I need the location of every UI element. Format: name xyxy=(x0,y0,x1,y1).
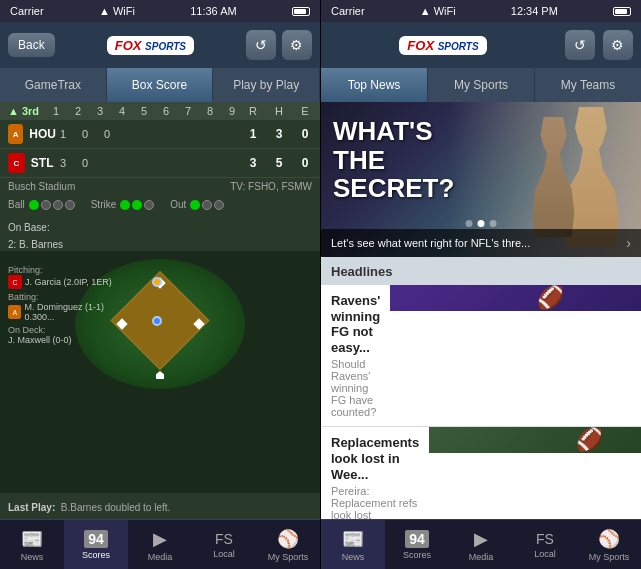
right-mysports-icon: ⚾ xyxy=(598,528,620,550)
right-fox-logo: FOX SPORTS xyxy=(399,36,486,55)
hou-rhe-scores: 1 3 0 xyxy=(246,127,312,141)
fox-text: FOX xyxy=(115,38,142,53)
on-base-label: On Base: xyxy=(8,222,50,233)
fox-sports-logo: FOX SPORTS xyxy=(107,36,194,55)
nav-scores[interactable]: 94 Scores xyxy=(64,520,128,569)
news-item-2[interactable]: Replacements look lost in Wee... Pereira… xyxy=(321,427,641,519)
strike-dot-2 xyxy=(132,200,142,210)
media-label: Media xyxy=(148,552,173,562)
news-thumb-1: 🏈 xyxy=(390,285,641,311)
nav-news[interactable]: 📰 News xyxy=(0,520,64,569)
local-label: Local xyxy=(213,549,235,559)
out-status: Out xyxy=(170,199,224,210)
right-header: FOX SPORTS ↺ ⚙ xyxy=(321,22,641,68)
hero-caption[interactable]: Let's see what went right for NFL's thre… xyxy=(321,229,641,257)
tab-boxscore[interactable]: Box Score xyxy=(107,68,214,102)
out-dot-2 xyxy=(202,200,212,210)
baseball-field: Pitching: C J. Garcia (2.0IP, 1ER) Batti… xyxy=(0,251,320,493)
right-carrier: Carrier xyxy=(331,5,365,17)
tv-info: TV: FSHO, FSMW xyxy=(230,181,312,192)
hou-score-row: A HOU 1 0 0 1 3 0 xyxy=(0,120,320,149)
stl-inning-scores: 3 0 xyxy=(56,157,246,169)
tab-gametrax[interactable]: GameTrax xyxy=(0,68,107,102)
left-bottom-nav: 📰 News 94 Scores ▶ Media FS Local ⚾ My S… xyxy=(0,519,320,569)
headlines-title: Headlines xyxy=(331,264,392,279)
refresh-button[interactable]: ↺ xyxy=(246,30,276,60)
stl-score-row: C STL 3 0 3 5 0 xyxy=(0,149,320,178)
news-title-2: Replacements look lost in Wee... xyxy=(331,435,419,482)
hero-caption-arrow: › xyxy=(626,235,631,251)
stl-rhe-scores: 3 5 0 xyxy=(246,156,312,170)
nav-local[interactable]: FS Local xyxy=(192,520,256,569)
right-time: 12:34 PM xyxy=(511,5,558,17)
strike-status: Strike xyxy=(91,199,155,210)
news-item-1[interactable]: Ravens' winning FG not easy... Should Ra… xyxy=(321,285,641,427)
mysports-label: My Sports xyxy=(268,552,309,562)
inning-label: ▲ 3rd xyxy=(8,105,39,117)
scores-icon: 94 xyxy=(84,530,108,548)
venue-row: Busch Stadium TV: FSHO, FSMW xyxy=(0,178,320,195)
hou-logo-small: A xyxy=(8,305,21,319)
right-bottom-nav: 📰 News 94 Scores ▶ Media FS Local ⚾ My S… xyxy=(321,519,641,569)
tab-mysports[interactable]: My Sports xyxy=(428,68,535,102)
right-refresh-button[interactable]: ↺ xyxy=(565,30,595,60)
right-nav-local[interactable]: FS Local xyxy=(513,520,577,569)
hero-image[interactable]: WHAT'STHESECRET? Let's see what went rig… xyxy=(321,102,641,257)
right-mysports-label: My Sports xyxy=(589,552,630,562)
tab-myteams[interactable]: My Teams xyxy=(535,68,641,102)
headlines-header: Headlines xyxy=(321,257,641,285)
right-nav-mysports[interactable]: ⚾ My Sports xyxy=(577,520,641,569)
battery-icon xyxy=(292,7,310,16)
right-panel: Carrier ▲ WiFi 12:34 PM FOX SPORTS ↺ ⚙ T… xyxy=(321,0,641,569)
ondeck-label: On Deck: xyxy=(8,325,132,335)
hou-abbr: HOU xyxy=(29,127,56,141)
base-player: 2: B. Barnes xyxy=(0,238,320,251)
hero-dots xyxy=(466,220,497,227)
right-status-bar: Carrier ▲ WiFi 12:34 PM xyxy=(321,0,641,22)
left-signal-icon: ▲ WiFi xyxy=(99,5,135,17)
right-local-label: Local xyxy=(534,549,556,559)
stl-logo-small: C xyxy=(8,275,22,289)
last-play-row: Last Play: B.Barnes doubled to left. xyxy=(0,493,320,519)
right-battery-icon xyxy=(613,7,631,16)
on-base-row: On Base: xyxy=(0,214,320,238)
nav-mysports[interactable]: ⚾ My Sports xyxy=(256,520,320,569)
tab-topnews[interactable]: Top News xyxy=(321,68,428,102)
left-status-bar: Carrier ▲ WiFi 11:36 AM xyxy=(0,0,320,22)
last-play-text: Last Play: B.Barnes doubled to left. xyxy=(8,502,170,513)
scores-label: Scores xyxy=(82,550,110,560)
hero-dot-2 xyxy=(478,220,485,227)
local-icon: FS xyxy=(215,531,233,547)
right-signal-icon: ▲ WiFi xyxy=(420,5,456,17)
ball-dots xyxy=(29,200,75,210)
out-dot-3 xyxy=(214,200,224,210)
news-label: News xyxy=(21,552,44,562)
right-nav-news[interactable]: 📰 News xyxy=(321,520,385,569)
nav-media[interactable]: ▶ Media xyxy=(128,520,192,569)
hou-logo: A xyxy=(8,124,23,144)
hero-headline: WHAT'STHESECRET? xyxy=(333,117,454,203)
ravens-icon: 🏈 xyxy=(537,285,564,311)
hero-dot-1 xyxy=(466,220,473,227)
media-icon: ▶ xyxy=(153,528,167,550)
left-tab-bar: GameTrax Box Score Play by Play xyxy=(0,68,320,102)
tab-playbyplay[interactable]: Play by Play xyxy=(213,68,320,102)
strike-label: Strike xyxy=(91,199,117,210)
mysports-icon: ⚾ xyxy=(277,528,299,550)
right-nav-media[interactable]: ▶ Media xyxy=(449,520,513,569)
back-button[interactable]: Back xyxy=(8,33,55,57)
right-nav-scores[interactable]: 94 Scores xyxy=(385,520,449,569)
score-section: ▲ 3rd 1 2 3 4 5 6 7 8 9 R H E A HOU xyxy=(0,102,320,251)
pitching-info: C J. Garcia (2.0IP, 1ER) xyxy=(8,275,132,289)
inning-numbers: 1 2 3 4 5 6 7 8 9 xyxy=(49,105,239,117)
settings-button[interactable]: ⚙ xyxy=(282,30,312,60)
ball-dot-4 xyxy=(65,200,75,210)
right-sports-text: SPORTS xyxy=(438,41,479,52)
right-scores-icon: 94 xyxy=(405,530,429,548)
right-settings-button[interactable]: ⚙ xyxy=(603,30,633,60)
game-info-panel: Pitching: C J. Garcia (2.0IP, 1ER) Batti… xyxy=(0,259,140,351)
news-thumb-2: 🏈 xyxy=(429,427,641,453)
right-news-icon: 📰 xyxy=(342,528,364,550)
pitcher-dot xyxy=(152,316,162,326)
last-play-value: B.Barnes doubled to left. xyxy=(61,502,171,513)
